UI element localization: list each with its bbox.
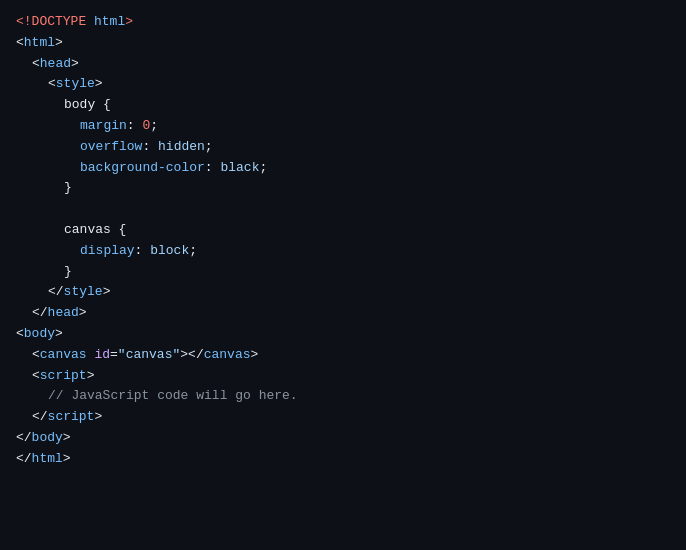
code-line: <head> — [0, 54, 686, 75]
code-line: } — [0, 262, 686, 283]
code-line: overflow: hidden; — [0, 137, 686, 158]
code-line: } — [0, 178, 686, 199]
code-line: </style> — [0, 282, 686, 303]
code-line: </head> — [0, 303, 686, 324]
code-line: </script> — [0, 407, 686, 428]
code-line: <style> — [0, 74, 686, 95]
code-line: background-color: black; — [0, 158, 686, 179]
code-line: </html> — [0, 449, 686, 470]
code-line: <script> — [0, 366, 686, 387]
code-line: margin: 0; — [0, 116, 686, 137]
code-line: <html> — [0, 33, 686, 54]
code-editor: <!DOCTYPE html><html><head><style>body {… — [0, 0, 686, 550]
code-line: <canvas id="canvas"></canvas> — [0, 345, 686, 366]
code-line: </body> — [0, 428, 686, 449]
code-line: // JavaScript code will go here. — [0, 386, 686, 407]
code-line: canvas { — [0, 220, 686, 241]
code-line: <!DOCTYPE html> — [0, 12, 686, 33]
code-line: body { — [0, 95, 686, 116]
code-line: <body> — [0, 324, 686, 345]
code-line — [0, 199, 686, 220]
code-line: display: block; — [0, 241, 686, 262]
